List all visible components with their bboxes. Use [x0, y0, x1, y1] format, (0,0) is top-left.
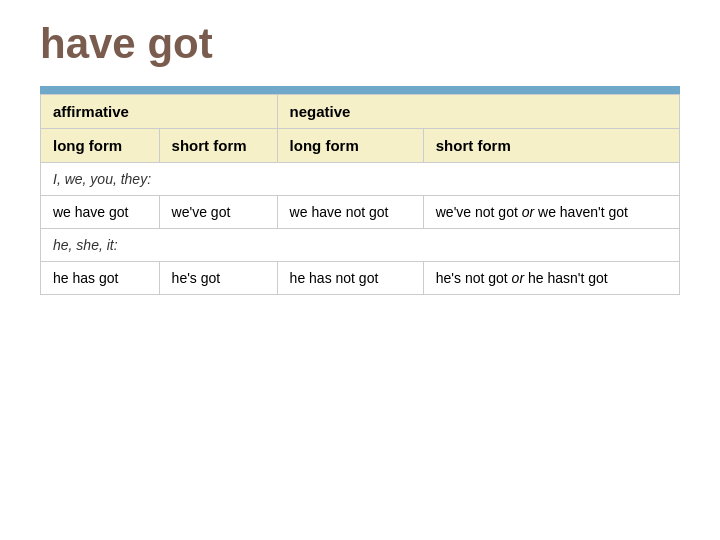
section1-label: I, we, you, they: [41, 163, 680, 196]
row1-col4-or: or [522, 204, 534, 220]
header-row: affirmative negative [41, 95, 680, 129]
row1-col2: we've got [159, 196, 277, 229]
row2: he has got he's got he has not got he's … [41, 262, 680, 295]
row1-col4-part2: we haven't got [534, 204, 628, 220]
grammar-table: affirmative negative long form short for… [40, 94, 680, 295]
row1-col4-part1: we've not got [436, 204, 522, 220]
row2-col4-or: or [512, 270, 524, 286]
section2-label: he, she, it: [41, 229, 680, 262]
row2-col4: he's not got or he hasn't got [423, 262, 679, 295]
subheader-col1: long form [41, 129, 160, 163]
row2-col4-part2: he hasn't got [524, 270, 608, 286]
row2-col2: he's got [159, 262, 277, 295]
row2-col1: he has got [41, 262, 160, 295]
subheader-col3: long form [277, 129, 423, 163]
accent-bar [40, 86, 680, 94]
affirmative-header: affirmative [41, 95, 278, 129]
row2-col4-part1: he's not got [436, 270, 512, 286]
page-container: have got affirmative negative long form … [0, 0, 720, 540]
section1-label-row: I, we, you, they: [41, 163, 680, 196]
row1-col4: we've not got or we haven't got [423, 196, 679, 229]
row1-col3: we have not got [277, 196, 423, 229]
row1-col1: we have got [41, 196, 160, 229]
section2-label-row: he, she, it: [41, 229, 680, 262]
subheader-col2: short form [159, 129, 277, 163]
row2-col3: he has not got [277, 262, 423, 295]
page-title: have got [40, 20, 680, 68]
row1: we have got we've got we have not got we… [41, 196, 680, 229]
negative-header: negative [277, 95, 679, 129]
subheader-col4: short form [423, 129, 679, 163]
table-wrapper: affirmative negative long form short for… [40, 94, 680, 295]
subheader-row: long form short form long form short for… [41, 129, 680, 163]
